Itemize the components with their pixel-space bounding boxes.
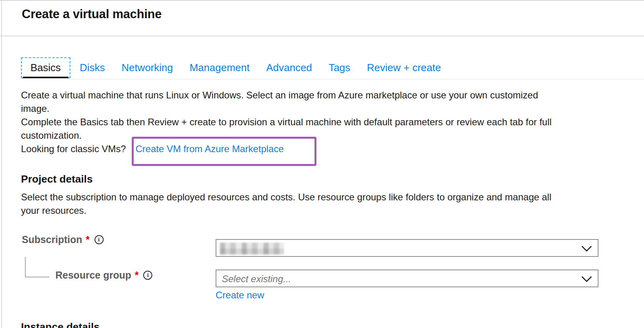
create-vm-marketplace-link[interactable]: Create VM from Azure Marketplace (135, 142, 284, 156)
create-vm-page: Create a virtual machine Basics Disks Ne… (0, 0, 644, 328)
resource-group-placeholder: Select existing... (222, 273, 291, 285)
header-divider (0, 36, 644, 36)
tab-bar: Basics Disks Networking Management Advan… (21, 56, 644, 79)
page-title: Create a virtual machine (22, 7, 162, 21)
subscription-label-row: Subscription * i (22, 234, 104, 245)
tab-advanced[interactable]: Advanced (266, 62, 312, 74)
tab-management[interactable]: Management (189, 62, 250, 74)
tab-basics-label: Basics (30, 62, 61, 74)
info-icon[interactable]: i (95, 235, 104, 244)
project-details-description: Select the subscription to manage deploy… (21, 190, 551, 217)
chevron-down-icon (581, 245, 592, 252)
classic-vm-question: Looking for classic VMs? (21, 142, 126, 156)
resource-group-label: Resource group (55, 270, 131, 281)
redacted-subscription-value (220, 243, 284, 254)
intro-line: Complete the Basics tab then Review + cr… (21, 115, 551, 129)
intro-line: customization. (21, 129, 551, 142)
blade-left-edge (1, 0, 2, 328)
tab-bar-divider (21, 79, 644, 79)
info-icon[interactable]: i (143, 271, 152, 280)
subscription-dropdown[interactable] (216, 239, 599, 257)
subscription-label: Subscription (22, 234, 82, 245)
intro-text: Create a virtual machine that runs Linux… (21, 89, 551, 156)
intro-line: Create a virtual machine that runs Linux… (21, 89, 551, 102)
tab-disks[interactable]: Disks (80, 62, 105, 74)
project-details-heading: Project details (21, 173, 93, 185)
resource-group-connector-vertical (25, 257, 26, 277)
tab-review-create[interactable]: Review + create (367, 62, 441, 74)
resource-group-connector-horizontal (25, 277, 49, 277)
resource-group-required-asterisk: * (135, 270, 139, 281)
intro-line: image. (21, 102, 551, 115)
chevron-down-icon (581, 275, 592, 283)
tab-networking[interactable]: Networking (121, 62, 173, 74)
project-desc-line: Select the subscription to manage deploy… (21, 190, 551, 204)
tab-basics[interactable]: Basics (21, 57, 70, 78)
top-divider (0, 0, 644, 1)
resource-group-label-row: Resource group * i (55, 270, 152, 281)
instance-details-heading: Instance details (21, 321, 100, 328)
subscription-required-asterisk: * (86, 234, 90, 245)
tab-tags[interactable]: Tags (329, 62, 350, 74)
resource-group-dropdown[interactable]: Select existing... (216, 270, 599, 287)
project-desc-line: your resources. (21, 204, 551, 217)
classic-vm-row: Looking for classic VMs? Create VM from … (21, 142, 551, 156)
create-new-resource-group-link[interactable]: Create new (216, 290, 264, 301)
tab-basics-active-underline (23, 77, 68, 78)
